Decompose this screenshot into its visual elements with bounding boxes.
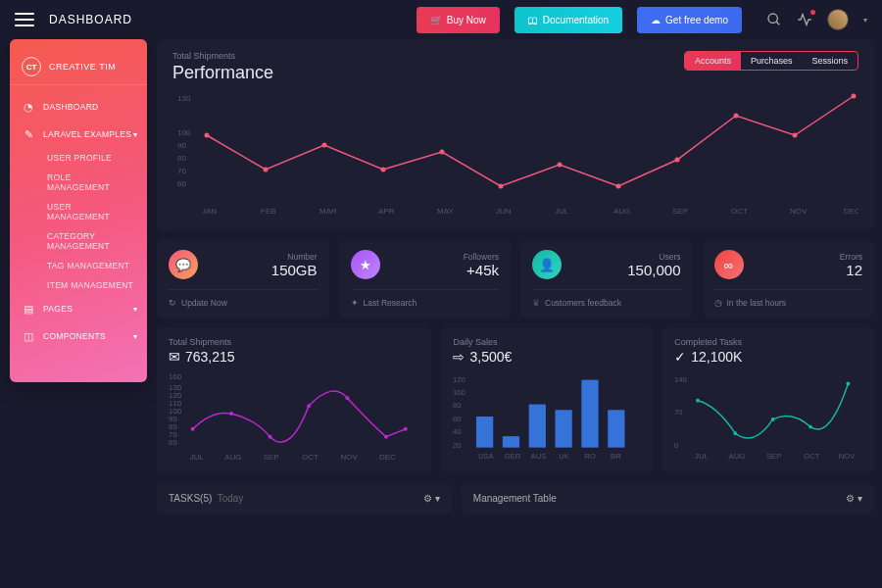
mini-subtitle: Total Shipments xyxy=(169,337,419,347)
performance-card: Total Shipments Performance Accounts Pur… xyxy=(157,39,874,230)
tasks-chart: 140700 JULAUGSEPOCTNOV xyxy=(674,370,862,464)
svg-text:AUG: AUG xyxy=(613,207,630,216)
svg-text:0: 0 xyxy=(674,441,678,450)
activity-icon[interactable] xyxy=(797,12,812,27)
chat-icon: 💬 xyxy=(169,250,198,279)
sidebar-item-usermgmt[interactable]: USER MANAGEMENT xyxy=(37,197,147,226)
sidebar-item-item[interactable]: ITEM MANAGEMENT xyxy=(37,275,147,295)
mini-value: 12,100K xyxy=(691,349,742,365)
buy-now-label: Buy Now xyxy=(447,15,486,25)
stat-label: Number xyxy=(271,252,318,262)
tasks-subtitle: Today xyxy=(218,493,244,504)
mgmt-panel: Management Table ⚙ ▾ xyxy=(462,483,874,514)
svg-text:GER: GER xyxy=(505,452,521,461)
svg-text:MAR: MAR xyxy=(319,207,337,216)
sidebar-item-laravel[interactable]: ✎ LARAVEL EXAMPLES ▾ xyxy=(10,121,147,148)
stat-label: Followers xyxy=(464,252,499,262)
svg-text:160: 160 xyxy=(169,372,182,381)
stat-value: 150,000 xyxy=(627,262,680,278)
sidebar-item-label: PAGES xyxy=(43,304,73,314)
svg-text:60: 60 xyxy=(177,179,186,188)
sidebar-item-label: CATEGORY MANAGEMENT xyxy=(47,231,135,251)
clock-icon: ◷ xyxy=(714,298,722,308)
brand-logo: CT xyxy=(22,57,41,76)
gear-icon[interactable]: ⚙ ▾ xyxy=(423,493,440,504)
notification-dot xyxy=(810,10,815,15)
svg-text:USA: USA xyxy=(478,452,495,461)
pages-icon: ▤ xyxy=(22,302,35,316)
stat-footer[interactable]: ↻Update Now xyxy=(169,289,318,308)
sidebar-item-components[interactable]: ◫ COMPONENTS ▾ xyxy=(10,322,147,350)
documentation-button[interactable]: 🕮 Documentation xyxy=(514,7,622,33)
stat-label: Users xyxy=(627,252,680,262)
svg-point-42 xyxy=(229,412,233,416)
svg-point-8 xyxy=(205,133,210,138)
svg-text:UK: UK xyxy=(560,452,571,461)
mini-card-tasks: Completed Tasks ✓12,100K 140700 JULAUGSE… xyxy=(662,327,874,473)
svg-text:JUN: JUN xyxy=(496,207,512,216)
send-icon: ⇨ xyxy=(453,349,465,365)
svg-point-47 xyxy=(404,427,408,431)
svg-point-79 xyxy=(847,382,851,386)
sidebar-item-label: USER PROFILE xyxy=(47,153,112,163)
tab-accounts[interactable]: Accounts xyxy=(685,52,741,70)
tab-sessions[interactable]: Sessions xyxy=(802,52,858,70)
star-icon: ★ xyxy=(351,250,380,279)
buy-now-button[interactable]: 🛒 Buy Now xyxy=(416,7,500,33)
bottom-row: TASKS(5) Today ⚙ ▾ Management Table ⚙ ▾ xyxy=(157,483,874,514)
svg-point-16 xyxy=(675,158,680,163)
sidebar-item-userprofile[interactable]: USER PROFILE xyxy=(37,148,147,168)
stat-card-errors: ∞ Errors12 ◷In the last hours xyxy=(703,240,875,318)
sidebar-item-pages[interactable]: ▤ PAGES ▾ xyxy=(10,295,147,322)
svg-point-17 xyxy=(734,114,739,119)
svg-text:60: 60 xyxy=(169,438,177,447)
chart-subtitle: Total Shipments xyxy=(172,51,273,61)
mini-charts-row: Total Shipments ✉763,215 160130120110100… xyxy=(157,327,874,473)
demo-button[interactable]: ☁ Get free demo xyxy=(637,7,742,33)
refresh-icon: ↻ xyxy=(169,298,176,308)
stat-card-users: 👤 Users150,000 ♕Customers feedback xyxy=(520,240,693,318)
search-icon[interactable] xyxy=(766,12,782,27)
svg-point-11 xyxy=(381,168,386,172)
svg-text:140: 140 xyxy=(674,375,687,384)
svg-text:90: 90 xyxy=(177,141,186,150)
svg-text:60: 60 xyxy=(453,415,462,423)
sidebar-item-dashboard[interactable]: ◔ DASHBOARD xyxy=(10,93,147,121)
svg-point-78 xyxy=(808,425,812,429)
svg-point-0 xyxy=(768,14,777,23)
menu-icon[interactable] xyxy=(15,13,34,26)
svg-point-13 xyxy=(499,184,504,189)
sidebar-item-category[interactable]: CATEGORY MANAGEMENT xyxy=(37,226,147,256)
svg-text:AUG: AUG xyxy=(729,452,746,461)
tab-purchases[interactable]: Purchases xyxy=(741,52,803,70)
stat-footer[interactable]: ✦Last Research xyxy=(351,289,500,308)
chart-tabs: Accounts Purchases Sessions xyxy=(684,51,858,71)
stat-value: 12 xyxy=(840,262,862,278)
svg-text:APR: APR xyxy=(378,207,395,216)
svg-rect-60 xyxy=(476,416,493,448)
svg-text:80: 80 xyxy=(177,154,186,163)
stat-footer[interactable]: ◷In the last hours xyxy=(714,289,863,308)
chevron-down-icon[interactable]: ▾ xyxy=(863,16,867,24)
gear-icon[interactable]: ⚙ ▾ xyxy=(846,493,862,504)
stat-footer[interactable]: ♕Customers feedback xyxy=(532,289,681,308)
tasks-title: TASKS(5) xyxy=(169,493,212,504)
svg-text:80: 80 xyxy=(453,401,462,410)
main-content: Total Shipments Performance Accounts Pur… xyxy=(157,39,874,588)
sparkle-icon: ✦ xyxy=(351,298,359,308)
svg-point-45 xyxy=(346,396,350,400)
svg-text:AUG: AUG xyxy=(224,453,241,462)
sidebar-item-tag[interactable]: TAG MANAGEMENT xyxy=(37,256,147,275)
avatar[interactable] xyxy=(827,9,849,30)
svg-text:SEP: SEP xyxy=(264,453,279,462)
svg-text:MAY: MAY xyxy=(437,207,454,216)
check-icon: ✓ xyxy=(674,349,686,365)
performance-chart: 13010090807060 JANFEBMARAPRMAYJUNJULAUGS… xyxy=(172,91,858,219)
chevron-down-icon: ▾ xyxy=(133,130,137,139)
mini-value: 3,500€ xyxy=(469,349,512,365)
sidebar-item-role[interactable]: ROLE MANAGEMENT xyxy=(37,168,147,197)
svg-text:DEC: DEC xyxy=(379,453,396,462)
svg-text:100: 100 xyxy=(453,388,466,397)
svg-rect-61 xyxy=(503,436,519,448)
page-title: DASHBOARD xyxy=(49,13,132,26)
